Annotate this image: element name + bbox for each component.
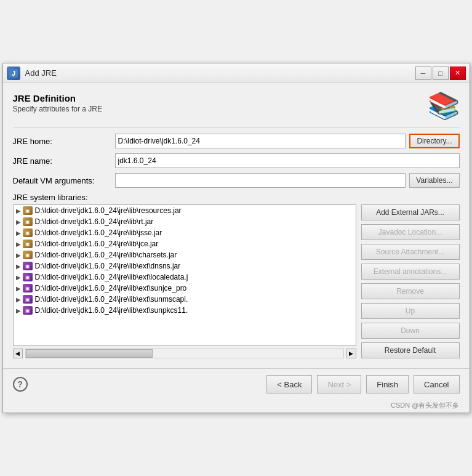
library-path: D:\Idiot-drive\jdk1.6.0_24\jre\lib\rt.ja…	[35, 217, 154, 226]
library-path: D:\Idiot-drive\jdk1.6.0_24\jre\lib\ext\s…	[35, 306, 188, 315]
header-divider	[13, 127, 460, 127]
jre-name-input[interactable]	[115, 153, 460, 168]
library-path: D:\Idiot-drive\jdk1.6.0_24\jre\lib\jce.j…	[35, 240, 159, 248]
libraries-list[interactable]: ▶▣D:\Idiot-drive\jdk1.6.0_24\jre\lib\res…	[13, 204, 356, 346]
expand-arrow-icon: ▶	[16, 285, 21, 292]
list-item[interactable]: ▶▣D:\Idiot-drive\jdk1.6.0_24\jre\lib\res…	[14, 205, 356, 216]
library-path: D:\Idiot-drive\jdk1.6.0_24\jre\lib\ext\s…	[35, 295, 188, 304]
title-bar-left: J Add JRE	[7, 67, 57, 80]
variables-button[interactable]: Variables...	[409, 173, 459, 188]
list-item[interactable]: ▶▣D:\Idiot-drive\jdk1.6.0_24\jre\lib\jss…	[14, 227, 356, 238]
list-item[interactable]: ▶▣D:\Idiot-drive\jdk1.6.0_24\jre\lib\ext…	[14, 305, 356, 316]
window-title: Add JRE	[25, 68, 57, 78]
jre-home-input[interactable]	[115, 134, 406, 148]
expand-arrow-icon: ▶	[16, 296, 21, 303]
jar-icon: ▣	[23, 228, 33, 237]
window-icon: J	[7, 67, 20, 80]
expand-arrow-icon: ▶	[16, 252, 21, 259]
library-path: D:\Idiot-drive\jdk1.6.0_24\jre\lib\ext\d…	[35, 262, 181, 270]
jar-icon: ▣	[23, 295, 33, 304]
list-item[interactable]: ▶▣D:\Idiot-drive\jdk1.6.0_24\jre\lib\ext…	[14, 294, 356, 305]
library-path: D:\Idiot-drive\jdk1.6.0_24\jre\lib\ext\l…	[35, 273, 188, 281]
jar-icon: ▣	[23, 284, 33, 292]
scrollbar-thumb	[26, 349, 153, 358]
jre-home-row: JRE home: Directory...	[13, 134, 460, 148]
scrollbar-track[interactable]	[25, 349, 344, 358]
jar-icon: ▣	[23, 306, 33, 315]
vm-args-label: Default VM arguments:	[13, 176, 111, 185]
list-item[interactable]: ▶▣D:\Idiot-drive\jdk1.6.0_24\jre\lib\cha…	[14, 249, 356, 260]
footer-buttons: < Back Next > Finish Cancel	[266, 375, 459, 393]
libraries-label: JRE system libraries:	[13, 193, 460, 202]
jar-icon: ▣	[23, 251, 33, 259]
list-item[interactable]: ▶▣D:\Idiot-drive\jdk1.6.0_24\jre\lib\ext…	[14, 272, 356, 283]
svg-text:J: J	[11, 70, 15, 77]
jre-name-row: JRE name:	[13, 153, 460, 168]
watermark: CSDN @有头发但不多	[3, 400, 470, 413]
directory-button[interactable]: Directory...	[409, 134, 459, 148]
library-path: D:\Idiot-drive\jdk1.6.0_24\jre\lib\ext\s…	[35, 284, 187, 292]
list-item[interactable]: ▶▣D:\Idiot-drive\jdk1.6.0_24\jre\lib\ext…	[14, 260, 356, 272]
jar-icon: ▣	[23, 240, 33, 248]
restore-default-button[interactable]: Restore Default	[361, 342, 460, 358]
section-title: JRE Definition	[13, 93, 102, 103]
remove-button[interactable]: Remove	[361, 283, 460, 299]
close-button[interactable]: ✕	[450, 67, 466, 80]
jar-icon: ▣	[23, 273, 33, 281]
finish-button[interactable]: Finish	[366, 375, 409, 393]
libraries-area: ▶▣D:\Idiot-drive\jdk1.6.0_24\jre\lib\res…	[13, 204, 460, 358]
jar-icon: ▣	[23, 262, 33, 270]
jar-icon: ▣	[23, 217, 33, 226]
title-controls: ─ □ ✕	[415, 67, 466, 80]
up-button[interactable]: Up	[361, 303, 460, 319]
library-buttons: Add External JARs...Javadoc Location...S…	[361, 204, 460, 358]
title-bar: J Add JRE ─ □ ✕	[3, 63, 470, 83]
next-button[interactable]: Next >	[317, 375, 361, 393]
help-button[interactable]: ?	[13, 377, 28, 392]
expand-arrow-icon: ▶	[16, 307, 21, 314]
section-header-text: JRE Definition Specify attributes for a …	[13, 93, 102, 113]
expand-arrow-icon: ▶	[16, 208, 21, 214]
list-item[interactable]: ▶▣D:\Idiot-drive\jdk1.6.0_24\jre\lib\jce…	[14, 238, 356, 249]
vm-args-input[interactable]	[115, 173, 406, 188]
library-path: D:\Idiot-drive\jdk1.6.0_24\jre\lib\resou…	[35, 206, 182, 215]
expand-arrow-icon: ▶	[16, 263, 21, 270]
books-icon: 📚	[428, 93, 460, 119]
expand-arrow-icon: ▶	[16, 274, 21, 281]
expand-arrow-icon: ▶	[16, 241, 21, 248]
cancel-button[interactable]: Cancel	[414, 375, 459, 393]
footer-left: ?	[13, 377, 28, 392]
add-jre-window: J Add JRE ─ □ ✕ JRE Definition Specify a…	[2, 63, 470, 413]
footer: ? < Back Next > Finish Cancel	[3, 368, 470, 400]
section-subtitle: Specify attributes for a JRE	[13, 105, 102, 113]
add-ext-jars-button[interactable]: Add External JARs...	[361, 204, 460, 220]
minimize-button[interactable]: ─	[415, 67, 431, 80]
list-item[interactable]: ▶▣D:\Idiot-drive\jdk1.6.0_24\jre\lib\rt.…	[14, 216, 356, 227]
jar-icon: ▣	[23, 206, 33, 215]
javadoc-location-button[interactable]: Javadoc Location...	[361, 224, 460, 240]
library-path: D:\Idiot-drive\jdk1.6.0_24\jre\lib\chars…	[35, 251, 177, 259]
expand-arrow-icon: ▶	[16, 230, 21, 236]
section-header: JRE Definition Specify attributes for a …	[13, 93, 460, 121]
back-button[interactable]: < Back	[266, 375, 312, 393]
external-annotations-button[interactable]: External annotations...	[361, 264, 460, 280]
scroll-left-btn[interactable]: ◀	[13, 349, 23, 358]
list-item[interactable]: ▶▣D:\Idiot-drive\jdk1.6.0_24\jre\lib\ext…	[14, 283, 356, 294]
library-path: D:\Idiot-drive\jdk1.6.0_24\jre\lib\jsse.…	[35, 228, 162, 237]
expand-arrow-icon: ▶	[16, 219, 21, 225]
main-content: JRE Definition Specify attributes for a …	[3, 83, 470, 368]
down-button[interactable]: Down	[361, 323, 460, 339]
source-attachment-button[interactable]: Source Attachment...	[361, 244, 460, 260]
jre-name-label: JRE name:	[13, 156, 111, 166]
horizontal-scrollbar: ◀ ▶	[13, 349, 356, 358]
maximize-button[interactable]: □	[433, 67, 449, 80]
scroll-right-btn[interactable]: ▶	[346, 349, 356, 358]
vm-args-row: Default VM arguments: Variables...	[13, 173, 460, 188]
jre-home-label: JRE home:	[13, 137, 111, 146]
